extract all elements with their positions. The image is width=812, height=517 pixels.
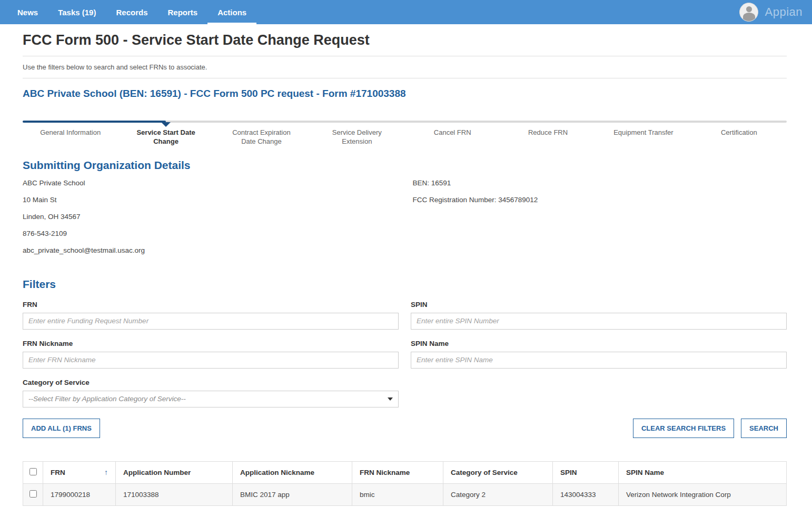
- clear-search-filters-button[interactable]: CLEAR SEARCH FILTERS: [633, 419, 734, 438]
- step-service-delivery-extension[interactable]: Service Delivery Extension: [309, 128, 404, 146]
- dropdown-caret-icon: [388, 397, 393, 401]
- filters-section: Filters FRN SPIN FRN Nickname SPIN Name …: [23, 278, 787, 438]
- results-table-section: FRN ↑ Application Number Application Nic…: [23, 461, 787, 517]
- organization-phone: 876-543-2109: [23, 230, 397, 237]
- main-content: FCC Form 500 - Service Start Date Change…: [0, 32, 812, 517]
- sort-ascending-icon[interactable]: ↑: [104, 468, 108, 476]
- organization-ben: BEN: 16591: [413, 179, 787, 187]
- spin-input[interactable]: [411, 313, 787, 330]
- category-of-service-selected-value: --Select Filter by Application Category …: [28, 395, 186, 403]
- column-header-application-number[interactable]: Application Number: [116, 461, 233, 483]
- frn-nickname-field-group: FRN Nickname: [23, 340, 399, 369]
- frn-nickname-label: FRN Nickname: [23, 340, 399, 347]
- page-title: FCC Form 500 - Service Start Date Change…: [23, 32, 787, 48]
- cell-category-of-service: Category 2: [443, 483, 553, 505]
- active-step-arrow-icon: [161, 122, 171, 127]
- submitting-organization-section: Submitting Organization Details ABC Priv…: [23, 159, 787, 263]
- step-cancel-frn[interactable]: Cancel FRN: [405, 128, 500, 146]
- frn-label: FRN: [23, 301, 399, 309]
- column-header-spin[interactable]: SPIN: [553, 461, 619, 483]
- form-stepper: General Information Service Start Date C…: [23, 121, 787, 146]
- nav-right-area: Appian: [739, 0, 812, 24]
- column-header-frn[interactable]: FRN ↑: [43, 461, 116, 483]
- search-button[interactable]: SEARCH: [741, 419, 787, 438]
- step-certification[interactable]: Certification: [691, 128, 787, 146]
- nav-item-news[interactable]: News: [7, 0, 48, 24]
- column-header-frn-nickname[interactable]: FRN Nickname: [352, 461, 443, 483]
- nav-item-actions[interactable]: Actions: [207, 0, 256, 24]
- stepper-track: [23, 121, 787, 123]
- spin-name-input[interactable]: [411, 352, 787, 369]
- category-of-service-select[interactable]: --Select Filter by Application Category …: [23, 391, 399, 407]
- filters-grid: FRN SPIN FRN Nickname SPIN Name Category…: [23, 291, 787, 407]
- select-all-checkbox[interactable]: [29, 468, 37, 475]
- cell-application-number: 171003388: [116, 483, 233, 505]
- frn-results-table: FRN ↑ Application Number Application Nic…: [23, 461, 787, 506]
- organization-right-column: BEN: 16591 FCC Registration Number: 3456…: [413, 179, 787, 263]
- step-service-start-date-change[interactable]: Service Start Date Change: [118, 128, 213, 146]
- search-buttons-group: CLEAR SEARCH FILTERS SEARCH: [633, 419, 787, 438]
- organization-details-grid: ABC Private School 10 Main St Linden, OH…: [23, 179, 787, 263]
- category-of-service-label: Category of Service: [23, 379, 399, 386]
- step-equipment-transfer[interactable]: Equipment Transfer: [596, 128, 691, 146]
- organization-city-state-zip: Linden, OH 34567: [23, 213, 397, 221]
- spin-field-group: SPIN: [411, 301, 787, 330]
- cell-frn-nickname: bmic: [352, 483, 443, 505]
- nav-item-records[interactable]: Records: [106, 0, 157, 24]
- step-reduce-frn[interactable]: Reduce FRN: [500, 128, 596, 146]
- instructions-text: Use the filters below to search and sele…: [23, 56, 787, 78]
- cell-spin: 143004333: [553, 483, 619, 505]
- organization-email: abc_private_school@testmail.usac.org: [23, 246, 397, 254]
- appian-logo: Appian: [765, 5, 803, 19]
- avatar-person-icon: [746, 6, 752, 12]
- nav-item-tasks[interactable]: Tasks (19): [48, 0, 106, 24]
- column-header-application-nickname[interactable]: Application Nickname: [233, 461, 352, 483]
- cell-application-nickname: BMIC 2017 app: [233, 483, 352, 505]
- frn-input[interactable]: [23, 313, 399, 330]
- table-row: 1799000218 171003388 BMIC 2017 app bmic …: [23, 483, 787, 505]
- top-navigation: News Tasks (19) Records Reports Actions …: [0, 0, 812, 24]
- organization-name: ABC Private School: [23, 179, 397, 187]
- cell-spin-name: Verizon Network Integration Corp: [619, 483, 787, 505]
- row-select-checkbox[interactable]: [29, 490, 37, 498]
- spin-name-field-group: SPIN Name: [411, 340, 787, 369]
- frn-column-label: FRN: [51, 469, 65, 476]
- stepper-progress: [23, 121, 166, 123]
- spin-label: SPIN: [411, 301, 787, 309]
- column-header-category-of-service[interactable]: Category of Service: [443, 461, 553, 483]
- add-all-frns-button[interactable]: ADD ALL (1) FRNS: [23, 419, 100, 438]
- user-avatar[interactable]: [739, 3, 758, 22]
- avatar-person-icon-body: [743, 13, 755, 21]
- step-contract-expiration-date-change[interactable]: Contract Expiration Date Change: [214, 128, 309, 146]
- column-header-spin-name[interactable]: SPIN Name: [619, 461, 787, 483]
- organization-section-heading: Submitting Organization Details: [23, 159, 787, 172]
- frn-nickname-input[interactable]: [23, 352, 399, 369]
- nav-item-reports[interactable]: Reports: [157, 0, 207, 24]
- cell-frn: 1799000218: [43, 483, 116, 505]
- table-header-row: FRN ↑ Application Number Application Nic…: [23, 461, 787, 483]
- filter-buttons-row: ADD ALL (1) FRNS CLEAR SEARCH FILTERS SE…: [23, 419, 787, 438]
- organization-address: 10 Main St: [23, 196, 397, 204]
- organization-fcc-registration: FCC Registration Number: 3456789012: [413, 196, 787, 204]
- frn-field-group: FRN: [23, 301, 399, 330]
- stepper-labels: General Information Service Start Date C…: [23, 128, 787, 146]
- form-heading: ABC Private School (BEN: 16591) - FCC Fo…: [23, 88, 787, 100]
- divider-instructions: [23, 78, 787, 78]
- step-general-information[interactable]: General Information: [23, 128, 118, 146]
- spin-name-label: SPIN Name: [411, 340, 787, 347]
- organization-left-column: ABC Private School 10 Main St Linden, OH…: [23, 179, 397, 263]
- filters-heading: Filters: [23, 278, 787, 291]
- category-of-service-field-group: Category of Service --Select Filter by A…: [23, 379, 399, 407]
